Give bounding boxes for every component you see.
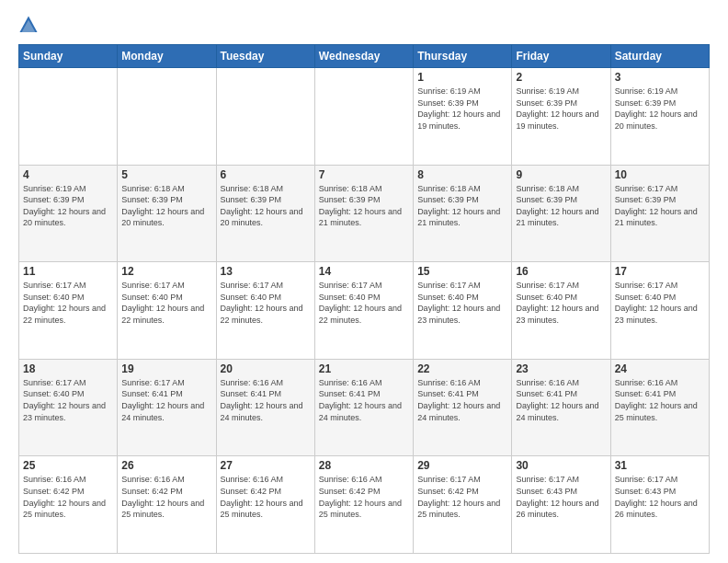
day-number: 22 [417, 362, 507, 375]
day-number: 16 [516, 265, 606, 278]
day-info: Sunrise: 6:18 AM Sunset: 6:39 PM Dayligh… [121, 183, 211, 229]
day-cell: 4Sunrise: 6:19 AM Sunset: 6:39 PM Daylig… [19, 165, 118, 262]
day-cell: 26Sunrise: 6:16 AM Sunset: 6:42 PM Dayli… [118, 456, 216, 554]
day-cell: 2Sunrise: 6:19 AM Sunset: 6:39 PM Daylig… [512, 68, 610, 166]
day-info: Sunrise: 6:17 AM Sunset: 6:40 PM Dayligh… [417, 280, 507, 326]
day-info: Sunrise: 6:18 AM Sunset: 6:39 PM Dayligh… [221, 183, 311, 229]
day-number: 14 [319, 265, 409, 278]
day-cell: 28Sunrise: 6:16 AM Sunset: 6:42 PM Dayli… [314, 456, 413, 554]
day-number: 20 [221, 362, 311, 375]
day-cell: 11Sunrise: 6:17 AM Sunset: 6:40 PM Dayli… [19, 262, 118, 360]
day-number: 6 [221, 168, 311, 181]
day-number: 30 [516, 459, 606, 472]
day-cell: 10Sunrise: 6:17 AM Sunset: 6:39 PM Dayli… [610, 165, 709, 262]
day-info: Sunrise: 6:17 AM Sunset: 6:40 PM Dayligh… [23, 377, 113, 423]
day-cell: 5Sunrise: 6:18 AM Sunset: 6:39 PM Daylig… [118, 165, 216, 262]
week-row-5: 25Sunrise: 6:16 AM Sunset: 6:42 PM Dayli… [19, 456, 710, 554]
day-number: 8 [417, 168, 507, 181]
weekday-header-tuesday: Tuesday [216, 45, 314, 68]
day-number: 29 [417, 459, 507, 472]
day-number: 11 [23, 265, 113, 278]
week-row-1: 1Sunrise: 6:19 AM Sunset: 6:39 PM Daylig… [19, 68, 710, 166]
day-cell: 21Sunrise: 6:16 AM Sunset: 6:41 PM Dayli… [314, 359, 413, 456]
day-info: Sunrise: 6:18 AM Sunset: 6:39 PM Dayligh… [417, 183, 507, 229]
day-info: Sunrise: 6:18 AM Sunset: 6:39 PM Dayligh… [319, 183, 409, 229]
day-info: Sunrise: 6:18 AM Sunset: 6:39 PM Dayligh… [516, 183, 606, 229]
day-number: 27 [221, 459, 311, 472]
day-number: 10 [615, 168, 705, 181]
week-row-2: 4Sunrise: 6:19 AM Sunset: 6:39 PM Daylig… [19, 165, 710, 262]
day-number: 18 [23, 362, 113, 375]
day-cell: 6Sunrise: 6:18 AM Sunset: 6:39 PM Daylig… [216, 165, 314, 262]
week-row-4: 18Sunrise: 6:17 AM Sunset: 6:40 PM Dayli… [19, 359, 710, 456]
day-cell: 23Sunrise: 6:16 AM Sunset: 6:41 PM Dayli… [512, 359, 610, 456]
day-cell [19, 68, 118, 166]
day-cell: 8Sunrise: 6:18 AM Sunset: 6:39 PM Daylig… [414, 165, 512, 262]
day-number: 23 [516, 362, 606, 375]
day-info: Sunrise: 6:17 AM Sunset: 6:40 PM Dayligh… [615, 280, 705, 326]
day-cell: 27Sunrise: 6:16 AM Sunset: 6:42 PM Dayli… [216, 456, 314, 554]
weekday-header-saturday: Saturday [610, 45, 709, 68]
weekday-header-thursday: Thursday [414, 45, 512, 68]
day-info: Sunrise: 6:17 AM Sunset: 6:39 PM Dayligh… [615, 183, 705, 229]
day-info: Sunrise: 6:19 AM Sunset: 6:39 PM Dayligh… [615, 86, 705, 132]
day-info: Sunrise: 6:16 AM Sunset: 6:42 PM Dayligh… [23, 474, 113, 520]
day-info: Sunrise: 6:17 AM Sunset: 6:41 PM Dayligh… [121, 377, 211, 423]
day-cell: 15Sunrise: 6:17 AM Sunset: 6:40 PM Dayli… [414, 262, 512, 360]
page: SundayMondayTuesdayWednesdayThursdayFrid… [0, 0, 728, 563]
day-info: Sunrise: 6:17 AM Sunset: 6:40 PM Dayligh… [516, 280, 606, 326]
day-number: 9 [516, 168, 606, 181]
day-info: Sunrise: 6:16 AM Sunset: 6:42 PM Dayligh… [221, 474, 311, 520]
day-cell: 30Sunrise: 6:17 AM Sunset: 6:43 PM Dayli… [512, 456, 610, 554]
day-number: 25 [23, 459, 113, 472]
day-number: 3 [615, 71, 705, 84]
weekday-header-friday: Friday [512, 45, 610, 68]
day-info: Sunrise: 6:17 AM Sunset: 6:40 PM Dayligh… [121, 280, 211, 326]
day-info: Sunrise: 6:17 AM Sunset: 6:40 PM Dayligh… [23, 280, 113, 326]
day-number: 19 [121, 362, 211, 375]
day-cell: 25Sunrise: 6:16 AM Sunset: 6:42 PM Dayli… [19, 456, 118, 554]
weekday-header-monday: Monday [118, 45, 216, 68]
logo [18, 15, 42, 35]
calendar-table: SundayMondayTuesdayWednesdayThursdayFrid… [18, 44, 710, 554]
day-info: Sunrise: 6:16 AM Sunset: 6:41 PM Dayligh… [516, 377, 606, 423]
day-info: Sunrise: 6:16 AM Sunset: 6:41 PM Dayligh… [319, 377, 409, 423]
day-cell: 14Sunrise: 6:17 AM Sunset: 6:40 PM Dayli… [314, 262, 413, 360]
day-cell: 1Sunrise: 6:19 AM Sunset: 6:39 PM Daylig… [414, 68, 512, 166]
day-info: Sunrise: 6:19 AM Sunset: 6:39 PM Dayligh… [516, 86, 606, 132]
day-cell: 20Sunrise: 6:16 AM Sunset: 6:41 PM Dayli… [216, 359, 314, 456]
day-cell: 7Sunrise: 6:18 AM Sunset: 6:39 PM Daylig… [314, 165, 413, 262]
day-cell: 18Sunrise: 6:17 AM Sunset: 6:40 PM Dayli… [19, 359, 118, 456]
day-number: 5 [121, 168, 211, 181]
day-info: Sunrise: 6:17 AM Sunset: 6:42 PM Dayligh… [417, 474, 507, 520]
day-number: 7 [319, 168, 409, 181]
day-cell: 16Sunrise: 6:17 AM Sunset: 6:40 PM Dayli… [512, 262, 610, 360]
day-number: 13 [221, 265, 311, 278]
day-info: Sunrise: 6:17 AM Sunset: 6:40 PM Dayligh… [319, 280, 409, 326]
day-info: Sunrise: 6:17 AM Sunset: 6:40 PM Dayligh… [221, 280, 311, 326]
day-number: 21 [319, 362, 409, 375]
day-number: 31 [615, 459, 705, 472]
day-number: 12 [121, 265, 211, 278]
day-info: Sunrise: 6:19 AM Sunset: 6:39 PM Dayligh… [23, 183, 113, 229]
day-number: 24 [615, 362, 705, 375]
day-cell: 24Sunrise: 6:16 AM Sunset: 6:41 PM Dayli… [610, 359, 709, 456]
weekday-header-row: SundayMondayTuesdayWednesdayThursdayFrid… [19, 45, 710, 68]
day-cell: 29Sunrise: 6:17 AM Sunset: 6:42 PM Dayli… [414, 456, 512, 554]
day-number: 15 [417, 265, 507, 278]
header [18, 15, 710, 35]
day-info: Sunrise: 6:16 AM Sunset: 6:41 PM Dayligh… [615, 377, 705, 423]
day-info: Sunrise: 6:16 AM Sunset: 6:42 PM Dayligh… [319, 474, 409, 520]
day-number: 1 [417, 71, 507, 84]
day-info: Sunrise: 6:19 AM Sunset: 6:39 PM Dayligh… [417, 86, 507, 132]
day-number: 2 [516, 71, 606, 84]
day-cell: 9Sunrise: 6:18 AM Sunset: 6:39 PM Daylig… [512, 165, 610, 262]
weekday-header-wednesday: Wednesday [314, 45, 413, 68]
day-cell: 3Sunrise: 6:19 AM Sunset: 6:39 PM Daylig… [610, 68, 709, 166]
day-info: Sunrise: 6:17 AM Sunset: 6:43 PM Dayligh… [615, 474, 705, 520]
day-cell: 12Sunrise: 6:17 AM Sunset: 6:40 PM Dayli… [118, 262, 216, 360]
day-info: Sunrise: 6:16 AM Sunset: 6:41 PM Dayligh… [221, 377, 311, 423]
day-number: 17 [615, 265, 705, 278]
day-cell [118, 68, 216, 166]
day-cell [314, 68, 413, 166]
